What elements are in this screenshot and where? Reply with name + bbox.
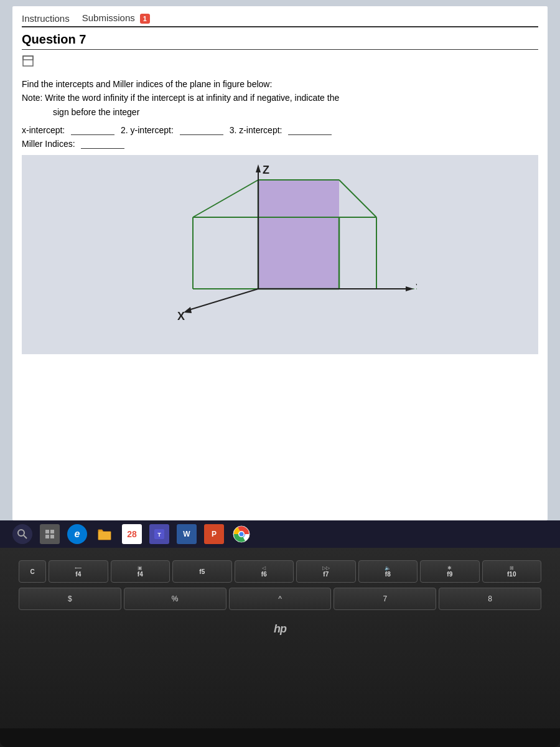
question-title: Question 7	[22, 32, 538, 50]
tab-bar: Instructions Submissions 1	[22, 12, 538, 27]
x-intercept-field[interactable]	[71, 124, 114, 135]
fn-key-row: C ⟵ f4 ▣ f4 f5 ◁ f6 ▷▷ f7 🔈	[19, 560, 541, 583]
key-f5[interactable]: f5	[172, 560, 232, 583]
svg-text:Y: Y	[416, 282, 417, 294]
key-f9[interactable]: ✱ f9	[420, 560, 480, 583]
svg-text:X: X	[177, 310, 185, 322]
svg-line-23	[187, 289, 258, 311]
key-dollar[interactable]: $	[19, 588, 121, 610]
taskbar: e 28 T W P	[0, 520, 560, 548]
laptop-base	[0, 728, 560, 747]
svg-rect-1	[23, 56, 33, 60]
y-intercept-label: 2. y-intercept:	[121, 125, 174, 135]
hp-logo: hp	[274, 622, 286, 636]
miller-field[interactable]	[81, 138, 124, 149]
intercept-row: x-intercept: 2. y-intercept: 3. z-interc…	[22, 124, 538, 135]
calendar-date: 28	[127, 529, 137, 539]
svg-rect-28	[45, 530, 49, 533]
svg-line-27	[24, 535, 27, 538]
question-text: Find the intercepts and Miller indices o…	[22, 77, 538, 119]
question-icon	[22, 55, 538, 70]
tab-submissions[interactable]: Submissions 1	[82, 12, 150, 24]
svg-rect-32	[98, 532, 111, 540]
svg-marker-21	[406, 286, 414, 291]
key-8[interactable]: 8	[439, 588, 541, 610]
key-c[interactable]: C	[19, 560, 46, 583]
tab-instructions[interactable]: Instructions	[22, 13, 70, 24]
z-intercept-label: 3. z-intercept:	[230, 125, 282, 135]
x-intercept-label: x-intercept:	[22, 125, 65, 135]
svg-rect-30	[45, 535, 49, 538]
svg-text:T: T	[157, 532, 161, 538]
miller-label: Miller Indices:	[22, 139, 75, 149]
browser-content: Instructions Submissions 1 Question 7 Fi…	[12, 6, 548, 520]
key-f4[interactable]: ⟵ f4	[49, 560, 108, 583]
svg-marker-2	[258, 180, 339, 289]
svg-rect-29	[50, 530, 54, 533]
svg-rect-31	[50, 535, 54, 538]
submissions-badge: 1	[140, 14, 150, 24]
svg-line-12	[193, 180, 258, 217]
key-percent[interactable]: %	[124, 588, 226, 610]
key-f10[interactable]: ⊠ f10	[482, 560, 542, 583]
z-intercept-field[interactable]	[288, 124, 332, 135]
laptop-keyboard: C ⟵ f4 ▣ f4 f5 ◁ f6 ▷▷ f7 🔈	[0, 548, 560, 747]
key-7[interactable]: 7	[334, 588, 436, 610]
taskbar-folder[interactable]	[95, 524, 114, 544]
taskbar-grid[interactable]	[40, 524, 60, 544]
taskbar-chrome[interactable]	[231, 524, 251, 544]
taskbar-edge-browser[interactable]: e	[67, 524, 87, 544]
miller-row: Miller Indices:	[22, 138, 538, 149]
svg-text:Z: Z	[263, 164, 269, 176]
laptop-screen: Instructions Submissions 1 Question 7 Fi…	[0, 0, 560, 548]
taskbar-update[interactable]: T	[149, 524, 169, 544]
taskbar-calendar[interactable]: 28	[122, 524, 142, 544]
key-caret[interactable]: ^	[229, 588, 332, 610]
key-f7[interactable]: ▷▷ f7	[296, 560, 356, 583]
taskbar-powerpoint[interactable]: P	[204, 524, 224, 544]
svg-point-38	[240, 532, 244, 537]
y-intercept-field[interactable]	[180, 124, 223, 135]
crystal-svg: Z Y X	[143, 161, 417, 348]
keyboard: C ⟵ f4 ▣ f4 f5 ◁ f6 ▷▷ f7 🔈	[0, 548, 560, 616]
key-f6[interactable]: ◁ f6	[235, 560, 294, 583]
taskbar-search[interactable]	[12, 524, 32, 544]
key-f4-icon[interactable]: ▣ f4	[111, 560, 170, 583]
bottom-key-row: $ % ^ 7 8	[19, 588, 541, 610]
taskbar-word[interactable]: W	[177, 524, 197, 544]
svg-point-26	[18, 530, 24, 536]
crystal-figure: Z Y X	[22, 155, 538, 354]
svg-line-4	[339, 180, 376, 217]
svg-marker-18	[256, 164, 261, 172]
svg-rect-0	[23, 56, 33, 66]
key-f8[interactable]: 🔈 f8	[358, 560, 418, 583]
